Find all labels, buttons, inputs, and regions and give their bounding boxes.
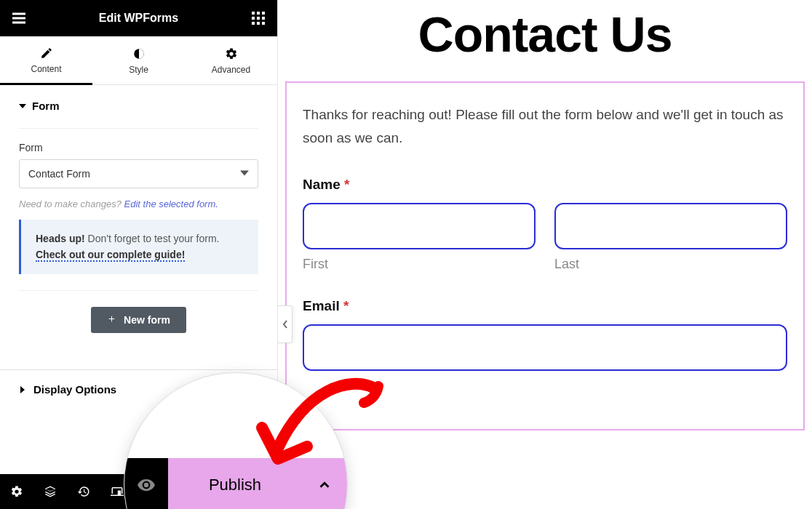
publish-label: Publish <box>209 476 261 494</box>
svg-rect-6 <box>252 17 255 20</box>
last-name-sublabel: Last <box>554 257 787 272</box>
tab-advanced[interactable]: Advanced <box>185 36 277 84</box>
history-icon[interactable] <box>67 474 100 509</box>
required-mark: * <box>343 298 349 313</box>
svg-rect-5 <box>262 12 265 15</box>
publish-button[interactable]: Publish <box>168 458 302 509</box>
page-title: Contact Us <box>285 6 805 63</box>
edit-form-link[interactable]: Edit the selected form. <box>124 199 218 209</box>
svg-rect-4 <box>257 12 260 15</box>
settings-icon[interactable] <box>0 474 33 509</box>
name-field-label: Name * <box>303 177 787 193</box>
tab-advanced-label: Advanced <box>212 65 250 75</box>
apps-grid-icon[interactable] <box>250 9 267 27</box>
guide-link[interactable]: Check out our complete guide! <box>36 249 185 262</box>
topbar-title: Edit WPForms <box>99 12 178 25</box>
divider <box>19 290 258 291</box>
caret-right-icon <box>19 383 26 396</box>
caret-down-icon <box>19 103 26 110</box>
svg-rect-11 <box>262 22 265 25</box>
section-form: Form <box>0 85 277 119</box>
form-select-label: Form <box>19 142 258 153</box>
new-form-label: New form <box>124 314 170 326</box>
form-select-value: Contact Form <box>28 168 90 180</box>
new-form-button[interactable]: New form <box>91 307 186 333</box>
sidebar-collapse-handle[interactable] <box>278 305 292 343</box>
svg-marker-13 <box>19 104 26 108</box>
notice-strong: Heads up! <box>36 233 85 244</box>
email-field-label: Email * <box>303 298 787 314</box>
editor-sidebar: Edit WPForms Content Style Advanced Form… <box>0 0 278 509</box>
tab-style-label: Style <box>129 65 148 75</box>
plus-icon <box>107 314 116 326</box>
notice-text: Don't forget to test your form. <box>85 233 220 244</box>
preview-icon[interactable] <box>124 458 168 509</box>
form-hint: Need to make changes? Edit the selected … <box>19 199 258 209</box>
navigator-icon[interactable] <box>33 474 67 509</box>
svg-marker-14 <box>240 170 249 175</box>
notice-box: Heads up! Don't forget to test your form… <box>19 220 258 274</box>
hamburger-menu-icon[interactable] <box>10 9 28 27</box>
editor-canvas: Contact Us Thanks for reaching out! Plea… <box>278 0 812 509</box>
sidebar-topbar: Edit WPForms <box>0 0 277 36</box>
name-label-text: Name <box>303 177 341 192</box>
first-name-input[interactable] <box>303 203 536 249</box>
required-mark: * <box>344 177 349 192</box>
hint-text: Need to make changes? <box>19 199 124 209</box>
form-widget-selected[interactable]: Thanks for reaching out! Please fill out… <box>285 81 805 430</box>
form-select[interactable]: Contact Form <box>19 159 258 188</box>
tab-content[interactable]: Content <box>0 36 92 85</box>
display-options-heading: Display Options <box>33 383 116 396</box>
section-form-heading: Form <box>32 100 60 112</box>
last-name-input[interactable] <box>554 203 787 249</box>
first-name-sublabel: First <box>303 257 536 272</box>
email-label-text: Email <box>303 298 340 313</box>
tab-content-label: Content <box>31 64 61 74</box>
svg-rect-3 <box>252 12 255 15</box>
svg-rect-7 <box>257 17 260 20</box>
svg-rect-8 <box>262 17 265 20</box>
divider <box>19 128 258 129</box>
email-input[interactable] <box>303 324 787 371</box>
form-intro-text: Thanks for reaching out! Please fill out… <box>303 103 787 151</box>
svg-rect-10 <box>257 22 260 25</box>
svg-marker-15 <box>20 386 25 393</box>
caret-down-icon <box>240 168 249 180</box>
publish-options-toggle[interactable] <box>302 458 347 509</box>
section-form-toggle[interactable]: Form <box>19 100 258 112</box>
tab-style[interactable]: Style <box>92 36 185 84</box>
editor-tabs: Content Style Advanced <box>0 36 277 85</box>
svg-rect-9 <box>252 22 255 25</box>
